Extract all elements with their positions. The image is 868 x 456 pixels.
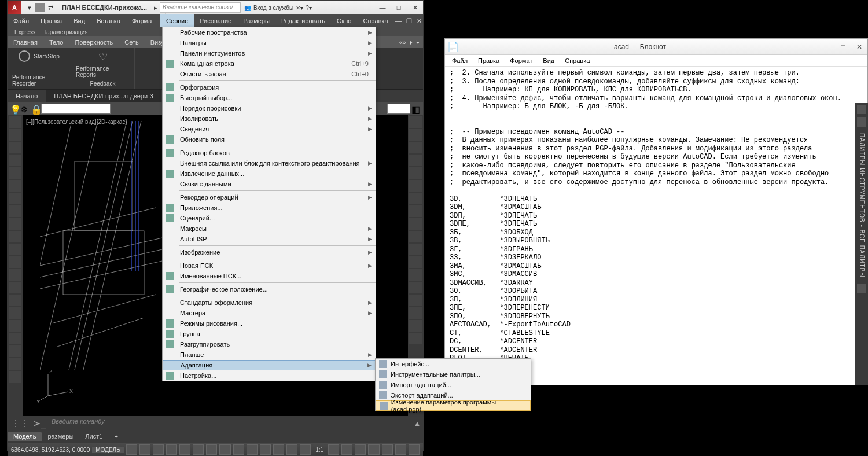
menu-item[interactable]: Планшет▶ bbox=[163, 350, 376, 360]
menu-item[interactable]: Разгруппировать bbox=[163, 339, 376, 350]
menu-item[interactable]: Именованные ПСК... bbox=[163, 271, 376, 281]
menu-item[interactable]: Изолировать▶ bbox=[163, 113, 376, 124]
mdi-minimize[interactable]: — bbox=[394, 17, 403, 25]
status-button[interactable] bbox=[382, 444, 393, 455]
tool-icon[interactable]: ❄ bbox=[20, 104, 30, 113]
np-menu-help[interactable]: Справка bbox=[560, 56, 594, 65]
menu-item[interactable]: Орфография bbox=[163, 82, 376, 93]
tool-button[interactable] bbox=[409, 180, 422, 192]
ribbon-tab-mesh[interactable]: Сеть bbox=[119, 39, 144, 46]
tool-button[interactable] bbox=[9, 358, 21, 370]
tool-button[interactable] bbox=[9, 231, 21, 242]
status-button[interactable] bbox=[193, 444, 204, 455]
status-button[interactable] bbox=[153, 444, 164, 455]
tool-button[interactable] bbox=[409, 307, 422, 319]
status-button[interactable] bbox=[328, 444, 339, 455]
close-button[interactable]: ✕ bbox=[407, 2, 423, 13]
tool-button[interactable] bbox=[9, 193, 21, 204]
status-button[interactable] bbox=[247, 444, 258, 455]
np-minimize-button[interactable]: — bbox=[819, 41, 835, 53]
cmd-handle[interactable]: ⋮⋮ bbox=[11, 418, 30, 429]
ribbon-controls[interactable]: «» ⏵ ▾ bbox=[393, 39, 423, 46]
submenu-item[interactable]: Инструментальные палитры... bbox=[376, 369, 531, 380]
status-button[interactable] bbox=[260, 444, 271, 455]
menu-item[interactable]: Мастера▶ bbox=[163, 308, 376, 318]
np-close-button[interactable]: ✕ bbox=[851, 41, 867, 53]
tool-button[interactable] bbox=[409, 244, 422, 255]
tool-button[interactable] bbox=[409, 155, 422, 166]
menu-item[interactable]: Внешняя ссылка или блок для контекстного… bbox=[163, 158, 376, 168]
user-icon[interactable]: 👥 bbox=[244, 5, 251, 11]
tool-button[interactable] bbox=[409, 193, 422, 204]
qat-icon[interactable]: ⇄ bbox=[46, 3, 55, 12]
np-menu-file[interactable]: Файл bbox=[447, 56, 472, 65]
menu-insert[interactable]: Вставка bbox=[91, 14, 126, 27]
tool-palettes-collapsed[interactable]: ПАЛИТРЫ ИНСТРУМЕНТОВ - ВСЕ ПАЛИТРЫ bbox=[855, 103, 868, 385]
tool-button[interactable] bbox=[9, 218, 21, 230]
status-button[interactable] bbox=[273, 444, 284, 455]
status-button[interactable] bbox=[233, 444, 244, 455]
start-stop-button[interactable]: Start/Stop bbox=[19, 50, 59, 62]
menu-item[interactable]: Панели инструментов▶ bbox=[163, 48, 376, 58]
scale-display[interactable]: 1:1 bbox=[313, 447, 326, 453]
tool-icon[interactable]: 💡 bbox=[10, 104, 19, 113]
submenu-item[interactable]: Импорт адаптаций... bbox=[376, 380, 531, 390]
tool-button[interactable] bbox=[9, 282, 21, 293]
menu-dimensions[interactable]: Размеры bbox=[237, 14, 275, 27]
title-dropdown[interactable]: ▸ bbox=[152, 4, 160, 12]
menu-item[interactable]: Изображение▶ bbox=[163, 247, 376, 258]
maximize-button[interactable]: □ bbox=[391, 2, 407, 13]
tool-button[interactable] bbox=[9, 371, 21, 383]
layout-tab-dims[interactable]: размеры bbox=[42, 432, 79, 441]
submenu-item[interactable]: Изменение параметров программы (acad.pgp… bbox=[376, 400, 531, 411]
perf-reports-button[interactable]: ♡ bbox=[98, 50, 108, 63]
doc-tab-start[interactable]: Начало bbox=[8, 90, 46, 102]
layer-dropdown-2[interactable] bbox=[387, 104, 410, 114]
tool-button[interactable] bbox=[9, 167, 21, 179]
model-button[interactable]: МОДЕЛЬ bbox=[92, 447, 123, 453]
palette-button[interactable] bbox=[857, 284, 866, 293]
tool-button[interactable] bbox=[9, 155, 21, 166]
palette-button[interactable] bbox=[857, 105, 866, 114]
ribbon-tab-home[interactable]: Главная bbox=[8, 39, 43, 46]
status-button[interactable] bbox=[166, 444, 177, 455]
tool-button[interactable] bbox=[409, 282, 422, 293]
menu-item[interactable]: Палитры▶ bbox=[163, 38, 376, 48]
menu-item[interactable]: Рекордер операций▶ bbox=[163, 192, 376, 203]
layer-dropdown[interactable] bbox=[41, 104, 111, 114]
tool-button[interactable] bbox=[409, 116, 422, 128]
menu-item[interactable]: Порядок прорисовки▶ bbox=[163, 103, 376, 113]
menu-parametric[interactable]: Параметризация bbox=[42, 29, 88, 35]
minimize-button[interactable]: — bbox=[374, 2, 391, 13]
menu-file[interactable]: Файл bbox=[8, 14, 35, 27]
menu-modify[interactable]: Редактировать bbox=[275, 14, 331, 27]
menu-edit[interactable]: Правка bbox=[35, 14, 68, 27]
mdi-restore[interactable]: ❐ bbox=[404, 17, 414, 25]
np-maximize-button[interactable]: □ bbox=[835, 41, 851, 53]
qat-icon[interactable] bbox=[35, 3, 45, 12]
menu-item[interactable]: Связи с данными▶ bbox=[163, 179, 376, 189]
submenu-item[interactable]: Интерфейс... bbox=[376, 359, 531, 369]
menu-draw[interactable]: Рисование bbox=[194, 14, 237, 27]
np-menu-edr[interactable]: Правка bbox=[473, 56, 504, 65]
doc-tab-plan[interactable]: ПЛАН БЕСЕДКИ-прих...я-двери-3 bbox=[46, 90, 161, 102]
menu-item[interactable]: Географическое положение... bbox=[163, 284, 376, 295]
tool-button[interactable] bbox=[9, 333, 21, 344]
tool-button[interactable] bbox=[9, 116, 21, 128]
ribbon-tab-solid[interactable]: Тело bbox=[43, 39, 69, 46]
cmd-expand[interactable]: ▴ bbox=[415, 418, 420, 429]
menu-item[interactable]: AutoLISP▶ bbox=[163, 234, 376, 244]
tool-button[interactable] bbox=[9, 345, 21, 357]
status-button[interactable] bbox=[300, 444, 311, 455]
status-button[interactable] bbox=[368, 444, 379, 455]
menu-format[interactable]: Формат bbox=[126, 14, 160, 27]
menu-item[interactable]: Приложения... bbox=[163, 203, 376, 213]
menu-item[interactable]: Режимы рисования... bbox=[163, 318, 376, 329]
menu-help[interactable]: Справка bbox=[357, 14, 393, 27]
mdi-close[interactable]: ✕ bbox=[415, 17, 424, 25]
ribbon-tab-surface[interactable]: Поверхность bbox=[69, 39, 119, 46]
help-icon[interactable]: ?▾ bbox=[306, 5, 312, 11]
menu-item[interactable]: Адаптация▶ bbox=[163, 360, 376, 370]
status-button[interactable] bbox=[126, 444, 137, 455]
tool-button[interactable] bbox=[409, 218, 422, 230]
